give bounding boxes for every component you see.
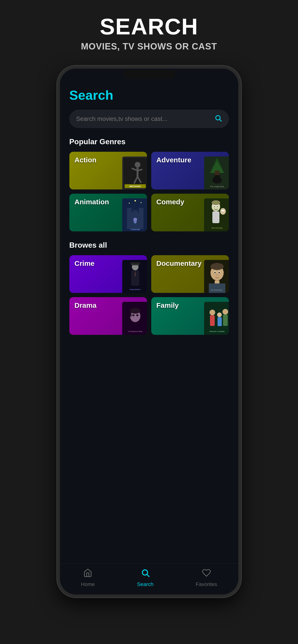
animation-label: Animation — [75, 198, 109, 206]
svg-text:Malcolm in Middle: Malcolm in Middle — [209, 330, 225, 332]
svg-rect-46 — [130, 262, 140, 264]
svg-point-27 — [129, 203, 130, 204]
genre-card-comedy[interactable]: Comedy — [151, 194, 229, 232]
search-bar[interactable] — [69, 110, 229, 128]
svg-point-36 — [214, 206, 215, 207]
search-input[interactable] — [76, 115, 214, 122]
adventure-label: Adventure — [157, 156, 191, 164]
comedy-poster: Rick and Morty — [204, 198, 229, 232]
svg-point-19 — [218, 175, 220, 178]
svg-point-68 — [210, 310, 215, 315]
svg-text:The Jungle Book: The Jungle Book — [210, 186, 224, 188]
search-icon[interactable] — [214, 114, 222, 124]
svg-point-56 — [218, 272, 220, 273]
adventure-poster: The Jungle Book — [204, 156, 229, 190]
search-nav-icon — [141, 568, 150, 580]
documentary-label: Documentary — [157, 260, 202, 268]
phone-content: Search Popular Genres Action — [60, 80, 238, 564]
svg-text:13 Reasons Why: 13 Reasons Why — [128, 330, 142, 332]
svg-point-39 — [220, 208, 226, 215]
svg-rect-25 — [133, 210, 137, 217]
svg-point-4 — [135, 162, 140, 168]
svg-point-37 — [217, 206, 218, 207]
svg-rect-23 — [127, 208, 132, 215]
genre-card-action[interactable]: Action MECHANIC — [69, 152, 147, 190]
svg-rect-71 — [218, 317, 222, 326]
svg-point-55 — [214, 272, 216, 273]
svg-rect-58 — [209, 284, 225, 293]
svg-point-28 — [134, 200, 136, 202]
svg-point-64 — [132, 314, 134, 316]
svg-point-70 — [217, 312, 222, 317]
favorites-icon — [202, 568, 211, 580]
svg-point-52 — [210, 263, 224, 270]
svg-rect-73 — [223, 314, 228, 326]
nav-item-home[interactable]: Home — [74, 568, 102, 588]
genre-card-documentary[interactable]: Documentary — [151, 255, 229, 293]
bottom-navigation: Home Search Favorites — [60, 564, 238, 594]
crime-label: Crime — [75, 260, 95, 268]
hero-section: SEARCH MOVIES, TV SHOWS OR CAST — [0, 0, 298, 61]
home-icon — [83, 568, 92, 580]
drama-poster: 13 Reasons Why — [122, 302, 147, 335]
svg-point-29 — [141, 202, 141, 203]
comedy-label: Comedy — [157, 198, 184, 206]
nav-item-search[interactable]: Search — [130, 568, 161, 588]
family-label: Family — [157, 302, 179, 310]
phone-notch — [123, 70, 175, 79]
search-nav-label: Search — [137, 581, 154, 588]
genre-card-crime[interactable]: Crime Peaky Blinders — [69, 255, 147, 293]
genre-card-family[interactable]: Family Malcolm in Middle — [151, 297, 229, 335]
svg-line-76 — [147, 574, 149, 576]
action-poster: MECHANIC — [122, 156, 147, 190]
svg-text:Rick and Morty: Rick and Morty — [211, 227, 222, 229]
animation-poster: Cinderella — [122, 198, 147, 232]
svg-rect-24 — [139, 208, 143, 215]
nav-item-favorites[interactable]: Favorites — [189, 568, 224, 588]
svg-rect-38 — [212, 211, 219, 223]
documentary-poster: the social netw... — [204, 260, 229, 293]
svg-point-65 — [136, 314, 138, 316]
svg-point-33 — [212, 200, 220, 205]
svg-text:the social netw...: the social netw... — [211, 289, 223, 291]
family-poster: Malcolm in Middle — [204, 302, 229, 335]
crime-poster: Peaky Blinders — [122, 260, 147, 293]
home-nav-label: Home — [81, 581, 95, 588]
status-bar — [60, 68, 238, 80]
genre-card-drama[interactable]: Drama 13 Reasons Why — [69, 297, 147, 335]
drama-label: Drama — [75, 302, 96, 310]
svg-line-1 — [220, 120, 221, 121]
popular-genres-label: Popular Genres — [69, 138, 229, 146]
action-label: Action — [75, 156, 96, 164]
page-title: Search — [69, 88, 229, 103]
svg-rect-3 — [123, 158, 147, 188]
svg-rect-69 — [210, 315, 215, 326]
genre-card-animation[interactable]: Animation — [69, 194, 147, 232]
browse-all-label: Browes all — [69, 241, 229, 250]
svg-point-72 — [222, 309, 228, 314]
favorites-nav-label: Favorites — [196, 581, 217, 588]
svg-text:Cinderella: Cinderella — [130, 228, 140, 231]
svg-point-26 — [133, 218, 137, 222]
browse-all-grid: Crime Peaky Blinders — [69, 255, 229, 335]
svg-text:Peaky Blinders: Peaky Blinders — [129, 289, 141, 290]
svg-text:MECHANIC: MECHANIC — [129, 185, 141, 188]
svg-point-18 — [215, 175, 217, 178]
svg-point-40 — [222, 210, 223, 211]
hero-title: SEARCH — [10, 14, 288, 39]
popular-genres-grid: Action MECHANIC — [69, 152, 229, 232]
phone-frame: Search Popular Genres Action — [57, 66, 241, 597]
genre-card-adventure[interactable]: Adventure The Jungle Book — [151, 152, 229, 190]
svg-point-41 — [223, 210, 224, 211]
svg-point-62 — [130, 308, 140, 314]
svg-rect-63 — [130, 311, 131, 317]
hero-subtitle: MOVIES, TV SHOWS OR CAST — [10, 42, 288, 52]
